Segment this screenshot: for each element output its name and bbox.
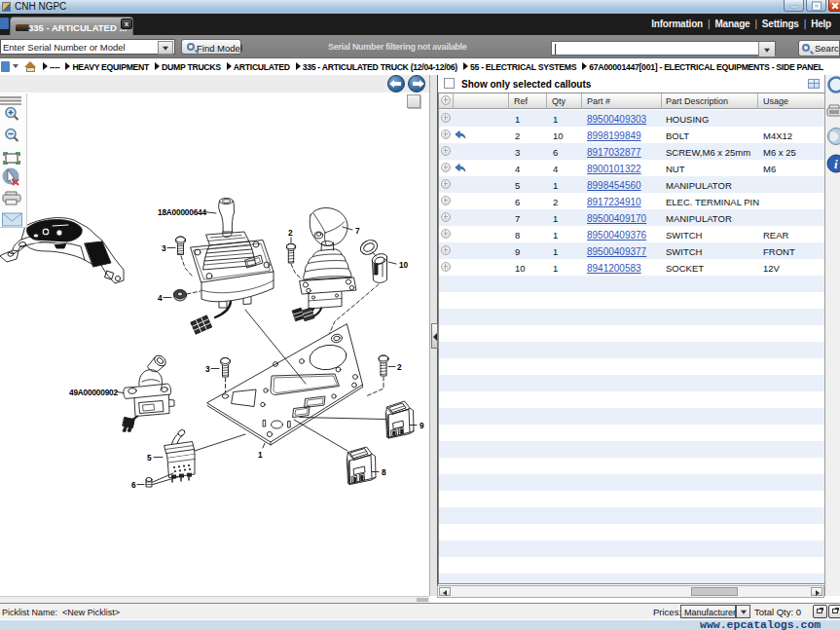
svg-text:1: 1 [258,450,263,460]
svg-text:5: 5 [147,453,152,463]
svg-text:3: 3 [205,364,210,374]
svg-text:8: 8 [382,467,386,477]
svg-text:2: 2 [288,228,293,238]
svg-text:3: 3 [162,243,166,253]
svg-text:49A00000902: 49A00000902 [69,388,119,397]
svg-text:2: 2 [397,362,402,372]
svg-text:i: i [834,157,838,171]
svg-text:6: 6 [131,480,136,490]
svg-text:7: 7 [355,226,360,236]
svg-text:10: 10 [399,260,408,270]
svg-text:9: 9 [420,421,424,430]
svg-text:18A00000644: 18A00000644 [158,207,207,217]
svg-text:4: 4 [158,293,163,303]
